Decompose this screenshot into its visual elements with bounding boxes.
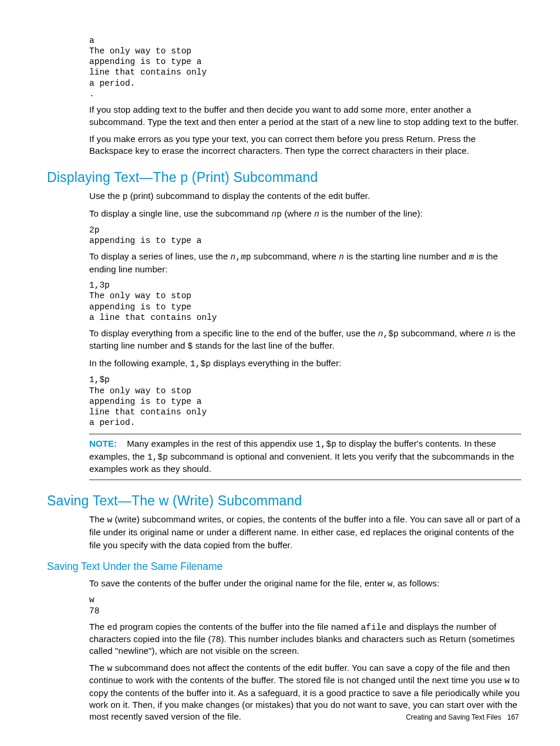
inline-code: ,$p [383,329,399,339]
inline-code: w [387,579,393,589]
subsection-heading-same-filename: Saving Text Under the Same Filename [47,561,521,573]
inline-code-italic: n [272,210,277,219]
text: , as follows: [393,578,440,588]
paragraph: To display everything from a specific li… [89,328,521,353]
text: To save the contents of the buffer under… [89,578,387,588]
paragraph: To display a single line, use the subcom… [89,208,521,221]
inline-code: p [276,210,282,219]
code-block: 2p appending is to type a [89,225,521,246]
text: subcommand, where [399,328,486,338]
page-footer: Creating and Saving Text Files 167 [406,713,519,721]
text: (where [282,208,314,218]
text: In the following example, [89,358,190,368]
section-heading-saving: Saving Text—The w (Write) Subcommand [47,493,521,509]
content-column: a The only way to stop appending is to t… [89,35,521,723]
section-heading-displaying: Displaying Text—The p (Print) Subcommand [47,170,521,185]
inline-code-italic: n [339,252,344,262]
inline-code-italic: n [378,329,383,339]
page: a The only way to stop appending is to t… [0,0,560,746]
inline-code: a [466,106,471,115]
code-block-append: a The only way to stop appending is to t… [89,35,521,99]
inline-code-italic: m [241,252,246,262]
paragraph: To display a series of lines, use the n,… [89,251,521,275]
inline-code: , [235,252,241,262]
code-block: 1,$p The only way to stop appending is t… [89,374,521,428]
text: subcommand, where [251,251,339,261]
text: subcommand. Type the text and then enter… [89,117,519,127]
inline-code: ed [360,528,370,538]
note-label: NOTE: [89,438,117,448]
text: program copies the contents of the buffe… [117,622,361,632]
inline-code: p [246,252,251,262]
paragraph: Use the p (print) subcommand to display … [89,190,521,203]
text: is the number of the line): [319,208,423,218]
note-paragraph: NOTE: Many examples in the rest of this … [89,438,521,475]
code-block: 1,3p The only way to stop appending is t… [89,280,521,323]
inline-code: w [107,664,112,673]
text: The [89,663,107,673]
inline-code: 1,$p [190,359,211,369]
inline-code: w [107,515,112,525]
text: Use the [89,191,123,201]
text: The [89,622,107,632]
text: The [89,514,107,524]
text: stands for the last line of the buffer. [193,340,334,350]
paragraph: If you make errors as you type your text… [89,133,521,157]
text: If you stop adding text to the buffer an… [89,104,466,114]
paragraph: If you stop adding text to the buffer an… [89,104,521,129]
text: To display everything from a specific li… [89,328,378,338]
inline-code-italic: m [469,252,474,262]
text: (print) subcommand to display the conten… [127,191,370,201]
inline-code: 1,$p [147,453,168,462]
text: displays everything in the buffer: [211,358,342,368]
text: is the starting line number and [344,251,469,261]
text: To display a single line, use the subcom… [89,208,272,218]
paragraph: The ed program copies the contents of th… [89,621,521,657]
inline-code: afile [361,623,387,632]
inline-code: 1,$p [316,440,336,449]
code-block: w 78 [89,595,521,616]
text: subcommand does not affect the contents … [89,663,510,686]
footer-title: Creating and Saving Text Files [406,713,501,721]
paragraph: In the following example, 1,$p displays … [89,357,521,370]
inline-code: ed [107,623,117,632]
text: To display a series of lines, use the [89,251,231,261]
paragraph: To save the contents of the buffer under… [89,578,521,590]
paragraph: The w (write) subcommand writes, or copi… [89,514,521,551]
inline-code: w [504,676,510,686]
text: Many examples in the rest of this append… [127,438,316,448]
note-block: NOTE: Many examples in the rest of this … [89,434,521,480]
page-number: 167 [507,713,519,721]
inline-code-italic: n [314,210,319,219]
